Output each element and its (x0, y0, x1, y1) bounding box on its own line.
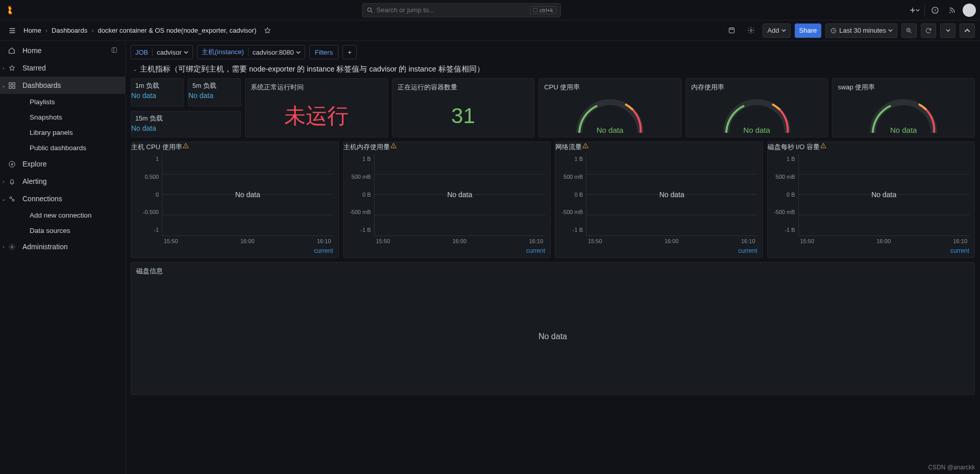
x-axis-labels: 15:5016:0016:10 (374, 236, 546, 244)
menu-toggle-icon[interactable] (5, 23, 19, 38)
sidebar-item-library[interactable]: Library panels (0, 125, 125, 140)
diskinfo-nodata: No data (538, 332, 567, 341)
panel-load-15m[interactable]: 15m 负载No data (131, 111, 241, 137)
sidebar-item-playlists[interactable]: Playlists (0, 94, 125, 109)
timerange-picker[interactable]: Last 30 minutes (825, 23, 897, 38)
sidebar-item-publicdash[interactable]: Public dashboards (0, 140, 125, 155)
dashboard-toolbar: Add Share Last 30 minutes (724, 23, 975, 38)
panel-title: 主机 CPU 使用率 (131, 143, 182, 151)
uptime-value: 未运行 (284, 102, 349, 130)
zoom-out-icon[interactable] (901, 23, 917, 38)
dock-toggle-icon[interactable] (111, 46, 118, 55)
sidebar-item-admin[interactable]: ›Administration (0, 238, 125, 255)
stat-panels-row: 1m 负载No data 5m 负载No data 15m 负载No data … (131, 78, 975, 137)
crumb-home[interactable]: Home (23, 27, 41, 34)
svg-rect-11 (729, 28, 734, 33)
compass-icon (7, 160, 16, 168)
panel-load-1m[interactable]: 1m 负载No data (131, 78, 184, 107)
nav-sidebar: Home ›Starred ⌄Dashboards Playlists Snap… (0, 41, 126, 474)
search-box[interactable]: ctrl+k (362, 3, 561, 17)
settings-gear-icon[interactable] (743, 23, 758, 38)
panel-diskinfo[interactable]: 磁盘信息 No data (131, 262, 975, 395)
y-axis-labels: 10.5000-0.500-1 (136, 154, 162, 244)
var-filters[interactable]: Filters (309, 45, 338, 59)
var-add[interactable]: + (342, 45, 357, 59)
panel-nettraffic[interactable]: 网络流量1 B500 mB0 B-500 mB-1 BNo data15:501… (555, 141, 763, 258)
panel-title: 网络流量 (555, 143, 582, 151)
variables-row: JOBcadvisor 主机(instance)cadvisor:8080 Fi… (131, 45, 975, 59)
svg-text:?: ? (934, 8, 936, 12)
panel-load-5m[interactable]: 5m 负载No data (188, 78, 241, 107)
svg-rect-23 (12, 86, 14, 88)
add-menu-button[interactable] (907, 3, 921, 17)
panel-hostcpu[interactable]: 主机 CPU 使用率10.5000-0.500-1No data15:5016:… (131, 141, 339, 258)
grafana-logo-icon[interactable] (4, 5, 15, 16)
svg-rect-21 (12, 82, 14, 84)
sidebar-item-snapshots[interactable]: Snapshots (0, 109, 125, 125)
crumb-dashboards[interactable]: Dashboards (52, 27, 87, 34)
gauge-swap-arc: No data (865, 97, 942, 135)
favorite-star-icon[interactable] (260, 23, 275, 38)
search-icon (366, 7, 374, 14)
y-axis-labels: 1 B500 mB0 B-500 mB-1 B (560, 154, 586, 244)
var-job[interactable]: JOBcadvisor (131, 45, 193, 59)
panel-diskio[interactable]: 磁盘每秒 I/O 容量1 B500 mB0 B-500 mB-1 BNo dat… (767, 141, 975, 258)
dashboards-icon (7, 82, 16, 89)
chevron-down-icon: ⌄ (1, 196, 6, 202)
save-dashboard-icon[interactable] (724, 23, 739, 38)
svg-line-1 (371, 11, 372, 12)
sidebar-item-datasources[interactable]: Data sources (0, 223, 125, 238)
panel-running-containers[interactable]: 正在运行的容器数量31 (392, 78, 535, 137)
panel-gauge-cpu[interactable]: CPU 使用率 No data (538, 78, 681, 137)
sidebar-item-home[interactable]: Home (0, 42, 125, 59)
svg-line-27 (11, 198, 13, 200)
svg-point-34 (585, 147, 585, 147)
panel-gauge-mem[interactable]: 内存使用率 No data (685, 78, 828, 137)
sidebar-item-alerting[interactable]: ›Alerting (0, 173, 125, 190)
y-axis-labels: 1 B500 mB0 B-500 mB-1 B (349, 154, 374, 244)
add-button[interactable]: Add (763, 23, 790, 38)
var-host[interactable]: 主机(instance)cadvisor:8080 (197, 45, 305, 59)
svg-point-32 (393, 147, 394, 147)
svg-point-0 (368, 8, 371, 11)
sidebar-item-starred[interactable]: ›Starred (0, 59, 125, 77)
charts-row: 主机 CPU 使用率10.5000-0.500-1No data15:5016:… (131, 141, 975, 258)
user-avatar[interactable] (963, 4, 976, 17)
clock-icon (830, 27, 837, 34)
crumb-current: docker container & OS node(node_exporter… (97, 27, 256, 34)
search-input[interactable] (374, 6, 530, 14)
sidebar-item-dashboards[interactable]: ⌄Dashboards (0, 77, 125, 94)
home-icon (7, 46, 16, 55)
legend-current[interactable]: current (555, 246, 763, 257)
sidebar-item-addconn[interactable]: Add new connection (0, 207, 125, 223)
nodata-text: No data (586, 154, 757, 235)
panel-hostmem[interactable]: 主机内存使用量1 B500 mB0 B-500 mB-1 BNo data15:… (343, 141, 551, 258)
gear-icon (7, 243, 16, 251)
collapse-kiosk-icon[interactable] (960, 23, 975, 38)
plot-area: No data (374, 154, 546, 236)
legend-current[interactable]: current (131, 246, 338, 257)
svg-point-7 (949, 12, 950, 13)
warning-icon (582, 143, 589, 151)
news-icon[interactable] (945, 3, 960, 17)
warning-icon (390, 143, 397, 151)
legend-current[interactable]: current (344, 246, 551, 257)
help-icon[interactable]: ? (928, 3, 942, 17)
row-title-hostmetrics[interactable]: ⌄主机指标（可绑定到主机，需要 node-exporter 的 instance… (133, 64, 975, 74)
sidebar-item-connections[interactable]: ⌄Connections (0, 190, 125, 207)
breadcrumbs: Home › Dashboards › docker container & O… (5, 23, 275, 38)
legend-current[interactable]: current (768, 246, 975, 257)
panel-gauge-swap[interactable]: swap 使用率 No data (832, 78, 975, 137)
chevron-down-icon: ⌄ (1, 83, 6, 88)
refresh-icon[interactable] (921, 23, 936, 38)
share-button[interactable]: Share (795, 23, 822, 38)
gauge-cpu-arc: No data (572, 97, 648, 135)
sidebar-item-explore[interactable]: Explore (0, 155, 125, 173)
svg-rect-12 (730, 28, 733, 30)
svg-point-28 (11, 246, 13, 248)
chevron-right-icon: › (1, 244, 6, 250)
chevron-down-icon: ⌄ (133, 66, 137, 72)
plug-icon (7, 195, 16, 203)
panel-uptime[interactable]: 系统正常运行时间未运行 (245, 78, 388, 137)
refresh-dropdown-icon[interactable] (940, 23, 955, 38)
